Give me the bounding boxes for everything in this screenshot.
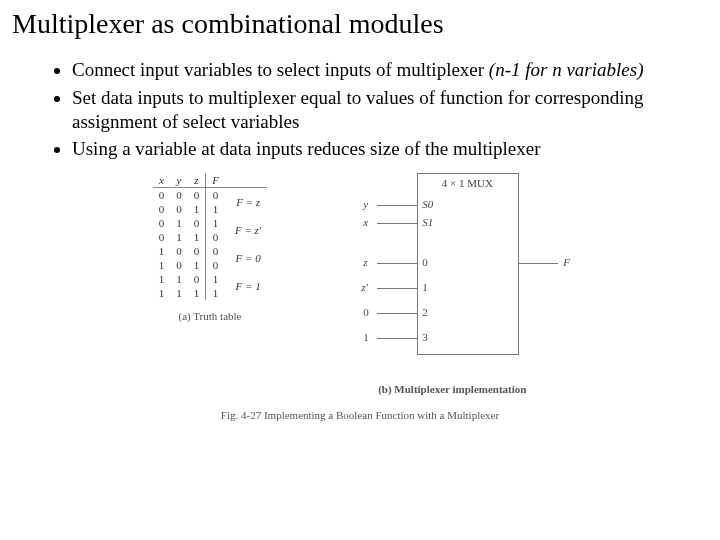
mux-p1: 1 [422,281,428,293]
tt-c: 0 [188,272,206,286]
tt-c: 1 [188,258,206,272]
mux-p0: 0 [422,256,428,268]
mux-s1: S1 [422,216,433,228]
tt-c: 1 [170,230,188,244]
mux-caption-text: (b) Multiplexer implementation [378,383,526,395]
wire [377,338,417,339]
tt-h-x: x [153,173,171,188]
tt-c: 0 [153,230,171,244]
wire [518,263,558,264]
tt-c: 0 [153,188,171,203]
bullet-1-italic: (n-1 for n variables) [489,59,644,80]
tt-c: 0 [153,202,171,216]
tt-c: 0 [206,188,225,203]
mux-sel-y: y [363,198,368,210]
wire [377,263,417,264]
table-row: 1101F = 1 [153,272,268,286]
tt-c: 1 [206,286,225,300]
mux-in-z: z [363,256,367,268]
table-row: 0101F = z′ [153,216,268,230]
page-title: Multiplexer as combinational modules [12,8,708,40]
mux-s0: S0 [422,198,433,210]
tt-c: 1 [188,286,206,300]
tt-c: 0 [206,230,225,244]
wire [377,313,417,314]
table-row: 1000F = 0 [153,244,268,258]
mux-figure: 4 × 1 MUX y S0 x S1 z 0 z′ 1 0 2 1 [337,173,567,395]
tt-c: 0 [188,244,206,258]
mux-in-0: 0 [363,306,369,318]
tt-c: 0 [206,258,225,272]
tt-c: 0 [170,244,188,258]
tt-c: 1 [188,202,206,216]
wire [377,223,417,224]
bullet-1-text: Connect input variables to select inputs… [72,59,489,80]
tt-ann: F = z [225,188,267,217]
figure-caption: Fig. 4-27 Implementing a Boolean Functio… [221,409,499,421]
tt-c: 0 [170,188,188,203]
mux-out: F [563,256,570,268]
tt-c: 0 [188,188,206,203]
tt-c: 1 [153,286,171,300]
tt-c: 1 [170,216,188,230]
tt-h-z: z [188,173,206,188]
mux-title: 4 × 1 MUX [422,177,512,189]
mux-p2: 2 [422,306,428,318]
tt-c: 1 [188,230,206,244]
tt-ann: F = 1 [225,272,267,300]
tt-h-y: y [170,173,188,188]
tt-c: 1 [153,272,171,286]
tt-c: 0 [206,244,225,258]
tt-c: 1 [153,244,171,258]
mux-sel-x: x [363,216,368,228]
bullet-list: Connect input variables to select inputs… [52,58,708,161]
tt-ann: F = 0 [225,244,267,272]
table-row: 0000F = z [153,188,268,203]
tt-c: 0 [170,202,188,216]
figure-wrap: x y z F 0000F = z 0011 0101F = z′ 0110 1… [12,173,708,421]
tt-c: 1 [170,286,188,300]
wire [377,205,417,206]
wire [377,288,417,289]
tt-c: 0 [153,216,171,230]
mux-in-zp: z′ [361,281,368,293]
tt-c: 0 [188,216,206,230]
tt-c: 1 [170,272,188,286]
tt-caption: (a) Truth table [153,310,268,322]
bullet-2: Set data inputs to multiplexer equal to … [72,86,678,134]
tt-c: 1 [206,202,225,216]
tt-h-F: F [206,173,225,188]
tt-c: 1 [206,216,225,230]
bullet-1: Connect input variables to select inputs… [72,58,678,82]
bullet-3: Using a variable at data inputs reduces … [72,137,678,161]
tt-c: 0 [170,258,188,272]
truth-table: x y z F 0000F = z 0011 0101F = z′ 0110 1… [153,173,268,322]
mux-in-1: 1 [363,331,369,343]
tt-ann: F = z′ [225,216,267,244]
mux-caption: (b) Multiplexer implementation [337,383,567,395]
tt-c: 1 [153,258,171,272]
mux-p3: 3 [422,331,428,343]
tt-c: 1 [206,272,225,286]
